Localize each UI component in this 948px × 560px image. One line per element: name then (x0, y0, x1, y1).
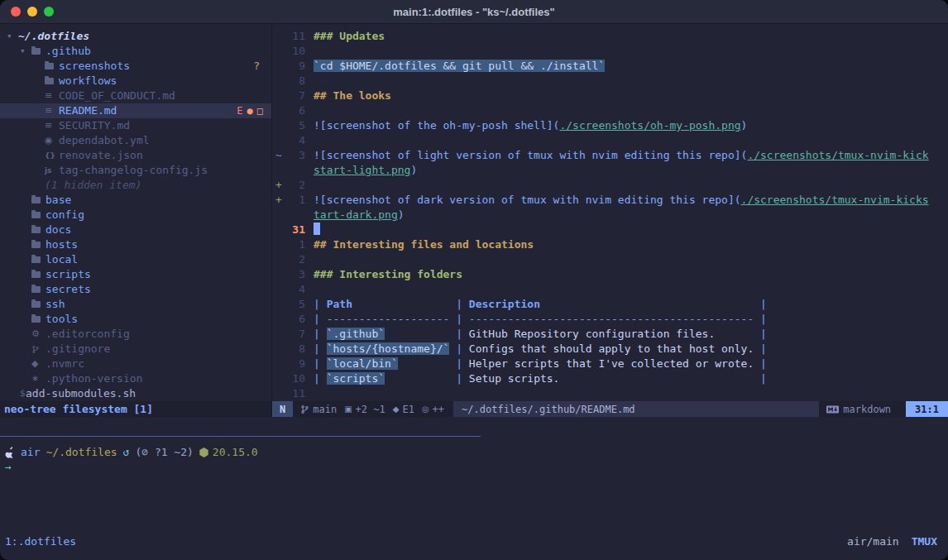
tree-item-label: config (45, 208, 84, 223)
tmux-session-label: air/main (847, 535, 899, 548)
editor-line[interactable]: 9| `local/bin` | Helper scripts that I'v… (272, 357, 948, 371)
tree-item-add-submodules-sh[interactable]: $add-submodules.sh (0, 386, 30, 401)
line-text: | `.github` | GitHub Repository configur… (314, 327, 767, 342)
editor-line[interactable]: 8| `hosts/{hostname}/` | Configs that sh… (272, 342, 948, 357)
sign-column (272, 89, 284, 103)
line-text (314, 223, 320, 237)
sign-column (272, 208, 284, 223)
prompt-path: ~/.dotfiles (45, 445, 117, 460)
tree-item-editorconfig[interactable]: ⚙.editorconfig (0, 327, 271, 342)
tree-item-python-version[interactable]: ∗.python-version (0, 371, 271, 386)
dependabot-icon: ◉ (45, 133, 59, 148)
cmdline (0, 417, 948, 436)
expander-icon[interactable]: ▾ (7, 29, 18, 44)
editor-line[interactable]: +1![screenshot of dark version of tmux w… (272, 193, 948, 208)
sign-column (272, 282, 284, 297)
tree-item-workflows[interactable]: workflows (0, 74, 271, 89)
tree-item-github[interactable]: ▾.github (0, 44, 271, 59)
tree-item-dependabot-yml[interactable]: ◉dependabot.yml (0, 133, 271, 148)
sign-column (272, 237, 284, 252)
editor-line[interactable]: 6| ------------------- | ---------------… (272, 312, 948, 327)
editor-line[interactable]: 4 (272, 282, 948, 297)
editor-line[interactable]: 2 (272, 252, 948, 267)
line-number: 4 (284, 133, 305, 148)
tree-item-tools[interactable]: tools (0, 312, 271, 327)
tree-item-label: .editorconfig (45, 327, 130, 342)
editor-line[interactable]: 7## The looks (272, 89, 948, 103)
tree-item-local[interactable]: local (0, 252, 271, 267)
folder-closed-icon (45, 78, 59, 84)
editor-line[interactable]: 10| `scripts` | Setup scripts. | (272, 371, 948, 386)
git-status-segment: (⊘ ?1 ~2) (135, 445, 193, 460)
tree-item-label: (1 hidden item) (45, 178, 141, 193)
tree-item-nvmrc[interactable]: ◆.nvmrc (0, 357, 271, 371)
editor-line[interactable]: 11### Updates (272, 29, 948, 44)
tree-item-base[interactable]: base (0, 193, 271, 208)
shell-prompt-line: air ~/.dotfiles ↺ (⊘ ?1 ~2) 20.15.0 (5, 445, 948, 460)
editorconfig-icon: ⚙ (31, 327, 45, 342)
editor-line[interactable]: 5![screenshot of the oh-my-posh shell](.… (272, 118, 948, 133)
line-number: 7 (284, 89, 305, 103)
editor-line[interactable]: 7| `.github` | GitHub Repository configu… (272, 327, 948, 342)
tree-item-security-md[interactable]: ≡SECURITY.md (0, 118, 271, 133)
tree-item-ssh[interactable]: ssh (0, 297, 271, 312)
editor-line[interactable]: 4 (272, 133, 948, 148)
line-number: 6 (284, 103, 305, 118)
editor-line[interactable]: 31 (272, 223, 948, 237)
tree-item-label: renovate.json (59, 148, 143, 163)
tree-item-screenshots[interactable]: screenshots? (0, 59, 271, 74)
editor-line[interactable]: tart-dark.png) (272, 208, 948, 223)
close-button[interactable] (11, 7, 21, 17)
neo-tree-status: neo-tree filesystem [1] (0, 401, 271, 417)
zoom-button[interactable] (44, 7, 54, 17)
tree-item-label: README.md (59, 103, 117, 118)
editor-line[interactable]: ~3![screenshot of light version of tmux … (272, 148, 948, 163)
apple-icon (5, 447, 15, 458)
editor-line[interactable]: 3### Interesting folders (272, 267, 948, 282)
tree-item-tag-changelog-config-js[interactable]: jstag-changelog-config.js (0, 163, 271, 178)
tree-item-label: docs (45, 223, 71, 237)
tree-item-scripts[interactable]: scripts (0, 267, 271, 282)
tmux-badge: TMUX (912, 535, 937, 548)
line-number: 3 (284, 267, 305, 282)
editor-line[interactable]: 6 (272, 103, 948, 118)
editor-line[interactable]: 1## Interesting files and locations (272, 237, 948, 252)
shell-pane[interactable]: air ~/.dotfiles ↺ (⊘ ?1 ~2) 20.15.0 → (0, 437, 948, 534)
expander-icon[interactable]: ▾ (20, 44, 31, 59)
sign-column (272, 371, 284, 386)
folder-closed-icon (31, 286, 45, 293)
line-text: ## The looks (314, 89, 391, 103)
editor-line[interactable]: 11 (272, 386, 948, 401)
minimize-button[interactable] (27, 7, 37, 17)
tree-item-config[interactable]: config (0, 208, 271, 223)
prompt-host: air (21, 445, 40, 460)
tree-item-hosts[interactable]: hosts (0, 237, 271, 252)
editor-line[interactable]: start-light.png) (272, 163, 948, 178)
tree-item-dotfiles[interactable]: ▾~/.dotfiles (0, 29, 271, 44)
tmux-window-tab[interactable]: 1:.dotfiles (5, 535, 76, 548)
tree-item-label: base (45, 193, 71, 208)
shell-script-icon: $ (20, 386, 26, 401)
git-untracked-badge: ? (253, 59, 271, 74)
editor-buffer[interactable]: 11### Updates109`cd $HOME/.dotfiles && g… (272, 29, 948, 401)
tree-item-renovate-json[interactable]: {}renovate.json (0, 148, 271, 163)
sync-icon: ↺ (123, 445, 130, 460)
tree-item-label: hosts (45, 237, 78, 252)
markdown-file-icon: ≡ (45, 103, 59, 118)
line-number: 1 (284, 237, 305, 252)
tree-item-readme-md[interactable]: ≡README.mdE●□ (0, 103, 271, 118)
shell-input-line[interactable]: → (5, 460, 948, 475)
tree-item-gitignore[interactable]: .gitignore (0, 342, 271, 357)
tree-item-label: workflows (59, 74, 117, 89)
tree-item-docs[interactable]: docs (0, 223, 271, 237)
git-diff-counts: +2 ~1 (356, 404, 385, 415)
editor-line[interactable]: +2 (272, 178, 948, 193)
editor-line[interactable]: 9`cd $HOME/.dotfiles && git pull && ./in… (272, 59, 948, 74)
folder-open-icon (31, 48, 45, 55)
tree-item-code-of-conduct-md[interactable]: ≡CODE_OF_CONDUCT.md (0, 89, 271, 103)
tree-item-secrets[interactable]: secrets (0, 282, 271, 297)
editor-line[interactable]: 8 (272, 74, 948, 89)
editor-line[interactable]: 10 (272, 44, 948, 59)
editor-line[interactable]: 5| Path | Description | (272, 297, 948, 312)
line-number: 9 (284, 59, 305, 74)
